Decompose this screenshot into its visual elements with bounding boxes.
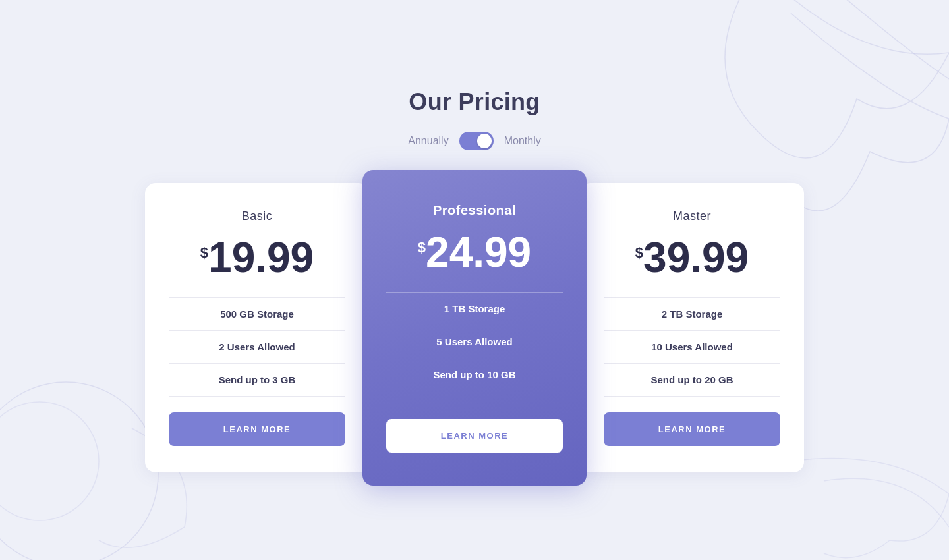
toggle-thumb [477,134,492,148]
professional-feature-1: 1 TB Storage [386,293,563,325]
professional-divider-4 [386,391,563,391]
master-features: 2 TB Storage 10 Users Allowed Send up to… [604,297,780,397]
basic-features: 500 GB Storage 2 Users Allowed Send up t… [169,297,345,397]
basic-currency: $ [200,244,208,262]
basic-plan-card: Basic $ 19.99 500 GB Storage 2 Users All… [145,183,369,472]
basic-cta-button[interactable]: LEARN MORE [169,412,345,446]
monthly-label: Monthly [504,135,541,147]
billing-toggle[interactable] [459,132,494,150]
basic-price: 19.99 [208,237,314,279]
professional-plan-card: Professional $ 24.99 1 TB Storage 5 User… [362,170,587,486]
master-cta-button[interactable]: LEARN MORE [604,412,780,446]
master-plan-card: Master $ 39.99 2 TB Storage 10 Users All… [580,183,804,472]
master-plan-name: Master [673,210,711,223]
master-currency: $ [635,244,643,262]
annually-label: Annually [408,135,448,147]
billing-toggle-container: Annually Monthly [408,132,540,150]
master-feature-2: 10 Users Allowed [604,331,780,363]
basic-feature-1: 500 GB Storage [169,298,345,330]
professional-feature-2: 5 Users Allowed [386,325,563,358]
master-price-row: $ 39.99 [635,237,749,279]
toggle-track [459,132,494,150]
professional-currency: $ [418,239,426,256]
basic-feature-2: 2 Users Allowed [169,331,345,363]
professional-plan-name: Professional [433,203,516,218]
basic-plan-name: Basic [242,210,273,223]
professional-features: 1 TB Storage 5 Users Allowed Send up to … [386,292,563,403]
professional-price-row: $ 24.99 [418,231,531,273]
master-divider-4 [604,396,780,397]
master-feature-1: 2 TB Storage [604,298,780,330]
main-content: Our Pricing Annually Monthly Basic $ 19.… [0,88,949,472]
basic-feature-3: Send up to 3 GB [169,364,345,396]
professional-price: 24.99 [426,231,531,273]
master-feature-3: Send up to 20 GB [604,364,780,396]
basic-divider-4 [169,396,345,397]
pricing-cards: Basic $ 19.99 500 GB Storage 2 Users All… [145,183,804,472]
master-price: 39.99 [643,237,749,279]
page-title: Our Pricing [409,88,540,116]
basic-price-row: $ 19.99 [200,237,314,279]
professional-cta-button[interactable]: LEARN MORE [386,419,563,453]
professional-feature-3: Send up to 10 GB [386,358,563,391]
